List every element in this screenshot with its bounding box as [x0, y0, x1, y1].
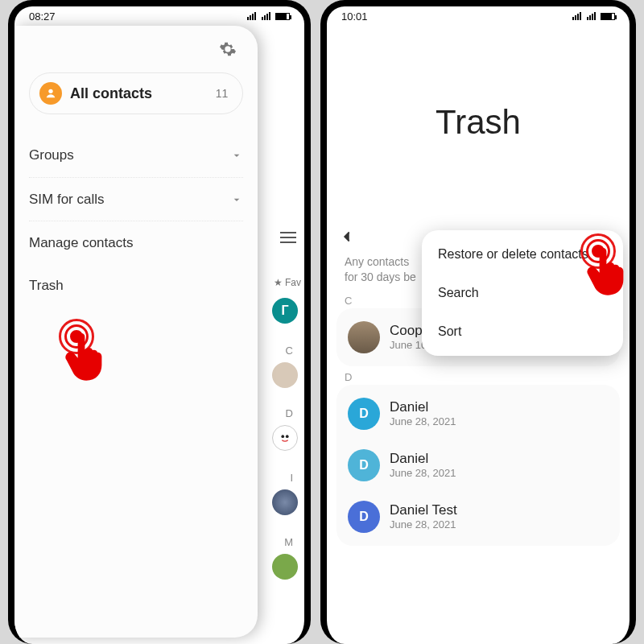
menu-label: SIM for calls	[29, 192, 105, 208]
contact-date: June 28, 2021	[390, 467, 456, 479]
menu-search[interactable]: Search	[422, 274, 623, 312]
contact-avatar[interactable]	[272, 425, 298, 451]
contact-avatar[interactable]	[272, 554, 298, 580]
contact-name: Daniel	[390, 399, 456, 415]
trash-hero: Trash	[327, 26, 630, 219]
menu-label: Manage contacts	[29, 235, 133, 251]
menu-sim-for-calls[interactable]: SIM for calls	[29, 177, 243, 221]
contact-avatar[interactable]: Г	[272, 298, 298, 324]
list-item[interactable]: D Daniel Test June 28, 2021	[343, 491, 613, 543]
status-time: 10:01	[341, 10, 368, 23]
menu-sort[interactable]: Sort	[422, 312, 623, 351]
contact-avatar	[348, 321, 380, 353]
navigation-drawer: All contacts 11 Groups SIM for calls Man…	[14, 26, 258, 638]
chevron-down-icon	[230, 193, 243, 206]
menu-restore-delete[interactable]: Restore or delete contacts	[422, 235, 623, 274]
phone-left: 08:27 ★ Fav Г C D I M	[0, 0, 316, 644]
contact-avatar: D	[348, 449, 380, 481]
contacts-icon	[39, 82, 62, 105]
all-contacts-label: All contacts	[70, 85, 216, 102]
section-i: I	[290, 472, 293, 484]
status-right-icons	[572, 10, 615, 23]
section-m: M	[284, 536, 293, 548]
svg-point-1	[281, 435, 284, 438]
overflow-menu-popup: Restore or delete contacts Search Sort	[422, 230, 623, 356]
section-header-d: D	[327, 366, 630, 385]
menu-manage-contacts[interactable]: Manage contacts	[29, 221, 243, 264]
menu-label: Groups	[29, 147, 74, 163]
back-icon[interactable]	[338, 228, 356, 246]
list-card: D Daniel June 28, 2021 D Daniel June 28,…	[336, 385, 620, 546]
list-item[interactable]: D Daniel June 28, 2021	[343, 388, 613, 440]
contact-name: Daniel Test	[390, 502, 457, 518]
svg-point-3	[48, 89, 52, 93]
gear-icon[interactable]	[219, 40, 237, 58]
contact-date: June 28, 2021	[390, 518, 457, 530]
svg-point-2	[286, 435, 289, 438]
contact-avatar: D	[348, 398, 380, 430]
menu-trash[interactable]: Trash	[29, 264, 243, 308]
statusbar: 10:01	[327, 6, 630, 26]
contact-avatar[interactable]	[272, 362, 298, 388]
hamburger-icon[interactable]	[280, 232, 296, 243]
contact-name: Daniel	[390, 451, 456, 467]
contact-avatar[interactable]	[272, 489, 298, 515]
section-d: D	[286, 407, 293, 419]
background-contact-strip: ★ Fav Г C D I M	[258, 6, 304, 644]
all-contacts-pill[interactable]: All contacts 11	[29, 72, 243, 114]
favorites-header: ★ Fav	[274, 277, 301, 288]
contact-date: June 28, 2021	[390, 415, 456, 427]
page-title: Trash	[436, 103, 521, 142]
screen-left: 08:27 ★ Fav Г C D I M	[8, 0, 311, 644]
desc-line: Any contacts	[345, 255, 409, 268]
list-item[interactable]: D Daniel June 28, 2021	[343, 440, 613, 491]
phone-right: 10:01 Trash Any contacts for 30 days be …	[316, 0, 644, 644]
all-contacts-count: 11	[216, 87, 229, 100]
chevron-down-icon	[230, 149, 243, 162]
menu-label: Trash	[29, 278, 64, 294]
desc-line: for 30 days be	[345, 270, 416, 283]
screen-right: 10:01 Trash Any contacts for 30 days be …	[320, 0, 636, 644]
menu-groups[interactable]: Groups	[29, 134, 243, 177]
status-time: 08:27	[29, 10, 56, 23]
section-c: C	[286, 345, 293, 357]
contact-avatar: D	[348, 501, 380, 533]
svg-point-0	[278, 431, 292, 445]
